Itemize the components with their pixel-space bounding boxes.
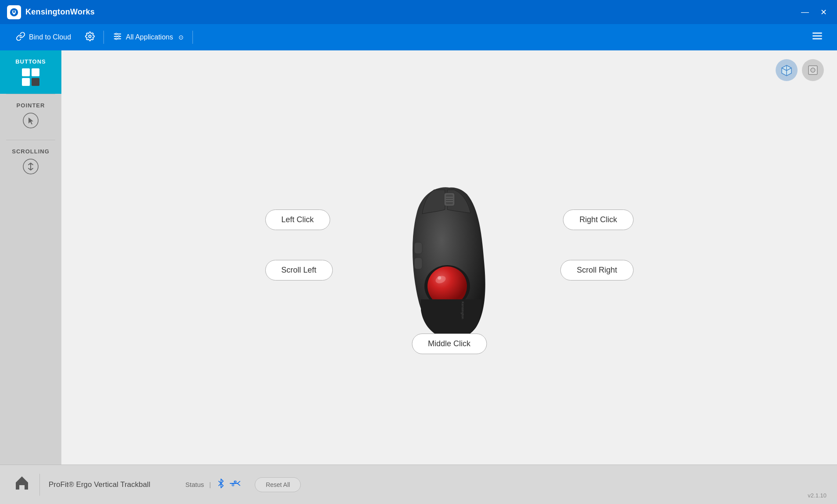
device-name: ProFit® Ergo Vertical Trackball [49,480,150,489]
bind-to-cloud-section[interactable]: Bind to Cloud [9,24,78,50]
settings-section[interactable] [78,24,102,50]
footer-divider [39,474,40,496]
all-applications-section[interactable]: All Applications ⊙ [106,24,191,50]
applications-chevron: ⊙ [178,34,184,41]
flat-view-button[interactable] [802,59,824,81]
cloud-link-icon [16,32,25,43]
tune-icon [113,32,122,43]
svg-rect-21 [414,242,422,254]
hamburger-menu-button[interactable] [806,30,828,44]
toolbar: Bind to Cloud All Applications ⊙ [0,24,837,50]
sidebar-item-pointer[interactable]: POINTER [0,94,61,140]
mouse-illustration: Kensington [397,174,502,341]
toolbar-divider-2 [192,31,193,44]
middle-click-button[interactable]: Middle Click [412,334,487,354]
app-logo [7,5,21,19]
scroll-right-button[interactable]: Scroll Right [560,260,633,280]
window-controls: — ✕ [798,6,830,19]
reset-all-button[interactable]: Reset All [255,477,301,492]
svg-rect-33 [232,484,234,486]
sidebar-item-buttons[interactable]: BUTTONS [0,50,61,94]
minimize-button[interactable]: — [798,6,812,19]
footer: ProFit® Ergo Vertical Trackball Status |… [0,465,837,504]
toolbar-divider-1 [103,31,104,44]
svg-point-7 [118,35,120,37]
svg-point-6 [115,33,117,35]
scrolling-icon [22,158,39,178]
sidebar-item-scrolling[interactable]: SCROLLING [0,140,61,186]
status-icons [216,479,241,490]
usb-icon [229,479,241,490]
bluetooth-icon [216,479,226,490]
pointer-label: POINTER [17,102,45,109]
svg-point-15 [811,68,815,72]
buttons-grid-icon [22,68,39,86]
svg-point-26 [438,276,441,280]
content-area: Left Click Right Click Scroll Left Scrol… [61,50,837,465]
titlebar: KensingtonWorks — ✕ [0,0,837,24]
svg-point-2 [89,35,91,38]
main-layout: BUTTONS POINTER SCROLLING [0,50,837,465]
svg-point-34 [235,481,235,482]
close-button[interactable]: ✕ [817,6,830,19]
version-text: v2.1.10 [808,492,826,499]
home-button[interactable] [13,474,31,495]
status-section: Status | Reset All [185,477,301,492]
sidebar: BUTTONS POINTER SCROLLING [0,50,61,465]
buttons-label: BUTTONS [15,58,46,65]
mouse-diagram: Left Click Right Click Scroll Left Scrol… [252,148,647,367]
scrolling-label: SCROLLING [12,148,50,155]
all-applications-label: All Applications [126,33,173,41]
bind-to-cloud-label: Bind to Cloud [29,33,71,41]
svg-text:Kensington: Kensington [461,302,465,319]
3d-view-button[interactable] [776,59,798,81]
app-title: KensingtonWorks [25,7,95,17]
pointer-icon [22,112,39,132]
settings-icon [85,32,95,43]
status-divider: | [209,481,211,488]
scroll-left-button[interactable]: Scroll Left [265,260,333,280]
status-label: Status [185,481,204,488]
svg-point-8 [115,38,117,39]
right-click-button[interactable]: Right Click [563,209,633,230]
svg-rect-22 [414,258,422,269]
svg-point-1 [13,11,15,13]
view-toggles [776,59,824,81]
left-click-button[interactable]: Left Click [265,209,330,230]
